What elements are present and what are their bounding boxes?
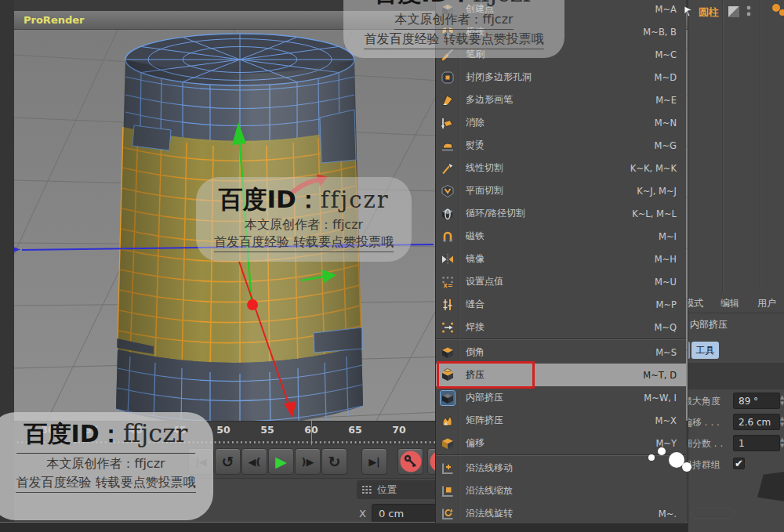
watermark-id-value: ffjczr bbox=[473, 0, 534, 7]
x-position-field[interactable]: 0 cm bbox=[372, 504, 439, 523]
previous-key-button[interactable]: ↺ bbox=[215, 448, 241, 475]
attribute-value-field[interactable]: 1 bbox=[733, 435, 780, 451]
menu-item-polygon-pen[interactable]: 多边形画笔M~E bbox=[436, 89, 686, 111]
set-point-value-icon: x= bbox=[441, 275, 455, 289]
menu-item-dissolve[interactable]: 消除M~N bbox=[436, 111, 686, 134]
current-frame-marker[interactable] bbox=[311, 421, 312, 445]
stitch-icon bbox=[441, 298, 455, 312]
field-spinner[interactable]: ▲▼ bbox=[780, 394, 784, 407]
paw-dot bbox=[682, 462, 691, 472]
context-menu: 创建点M~A桥接M~B, B笔刷M~C封闭多边形孔洞M~D多边形画笔M~E消除M… bbox=[435, 0, 686, 523]
go-to-end-button[interactable]: ▶| bbox=[361, 448, 387, 475]
menu-item-move-normals[interactable]: 沿法线移动 bbox=[436, 457, 686, 480]
loop-path-cut-icon bbox=[441, 207, 455, 221]
panel-separator bbox=[688, 363, 784, 389]
menu-item-shortcut: M~N bbox=[655, 118, 677, 128]
menu-item-shortcut: M~E bbox=[655, 95, 677, 106]
tab-tool[interactable]: 工具 bbox=[691, 342, 719, 359]
watermark-footer: 首发百度经验 转载要点赞投票哦 bbox=[16, 475, 195, 493]
menu-item-label: 消除 bbox=[466, 116, 485, 129]
watermark-author: 本文原创作者：ffjczr bbox=[394, 12, 513, 30]
menu-item-label: 缝合 bbox=[466, 298, 485, 311]
tab-user[interactable]: 用户 bbox=[757, 297, 776, 310]
prorender-label: ProRender bbox=[24, 14, 85, 26]
menu-item-magnet[interactable]: 磁铁M~I bbox=[436, 225, 686, 248]
menu-item-label: 镜像 bbox=[466, 252, 485, 266]
tab-edit[interactable]: 编辑 bbox=[720, 297, 739, 310]
menu-item-label: 矩阵挤压 bbox=[466, 414, 503, 427]
menu-item-rotate-normals[interactable]: 沿法线旋转M~. bbox=[436, 502, 686, 523]
menu-item-set-point-value[interactable]: x=设置点值M~U bbox=[436, 270, 686, 293]
attribute-value-field[interactable]: 2.6 cm bbox=[733, 414, 780, 430]
bevel-icon bbox=[441, 346, 455, 360]
layer-toggle-icon[interactable] bbox=[728, 5, 740, 18]
menu-item-shortcut: M~B, B bbox=[643, 27, 677, 38]
menu-item-matrix-extrude[interactable]: 矩阵挤压M~X bbox=[436, 409, 686, 432]
menu-item-label: 倒角 bbox=[466, 346, 485, 359]
menu-item-extrude-inner[interactable]: 内部挤压M~W, I bbox=[436, 386, 686, 409]
menu-item-shortcut: M~W, I bbox=[644, 393, 677, 404]
previous-frame-icon: ◀( bbox=[249, 456, 261, 468]
play-icon: ▶ bbox=[275, 453, 287, 470]
play-button[interactable]: ▶ bbox=[268, 448, 294, 475]
menu-item-iron[interactable]: 熨烫M~G bbox=[436, 134, 686, 157]
menu-item-plane-cut[interactable]: 平面切割K~J, M~J bbox=[436, 179, 686, 202]
visibility-dots-icon[interactable] bbox=[745, 5, 756, 19]
field-spinner[interactable]: ▲▼ bbox=[780, 415, 784, 428]
menu-item-shortcut: M~G bbox=[655, 140, 677, 151]
menu-item-label: 封闭多边形孔洞 bbox=[466, 71, 532, 84]
menu-item-close-polygon-hole[interactable]: 封闭多边形孔洞M~D bbox=[436, 66, 686, 89]
menu-item-stitch[interactable]: 缝合M~P bbox=[436, 293, 686, 316]
menu-item-shortcut: M~S bbox=[655, 347, 677, 358]
record-keyframe-button[interactable] bbox=[397, 448, 423, 475]
attribute-row: 偏移 . . .2.6 cm▲▼ bbox=[688, 413, 784, 432]
frame-tick-65: 65 bbox=[348, 424, 361, 436]
menu-item-mirror[interactable]: 镜像M~H bbox=[436, 248, 686, 270]
menu-item-shortcut: M~A bbox=[655, 4, 677, 15]
next-key-button[interactable]: ↻ bbox=[321, 448, 347, 475]
weld-icon bbox=[441, 320, 455, 335]
field-spinner[interactable]: ▲▼ bbox=[780, 436, 784, 449]
material-tag-icon[interactable] bbox=[770, 2, 784, 17]
tab-mode[interactable]: 模式 bbox=[688, 297, 703, 310]
object-manager-row[interactable]: 圆柱 bbox=[688, 0, 784, 24]
svg-text:x=: x= bbox=[444, 282, 453, 289]
previous-frame-button[interactable]: ◀( bbox=[241, 448, 267, 475]
watermark-stamp: 百度ID：ffjczr 本文原创作者：ffjczr 首发百度经验 转载要点赞投票… bbox=[0, 412, 213, 520]
menu-item-shortcut: M~D bbox=[655, 72, 677, 83]
scale-normals-icon bbox=[441, 484, 455, 498]
watermark-author: 本文原创作者：ffjczr bbox=[46, 456, 165, 471]
menu-item-loop-path-cut[interactable]: 循环/路径切割K~L, M~L bbox=[436, 202, 686, 225]
active-tool-title: 内部挤压 bbox=[690, 318, 728, 331]
next-frame-icon: )▶ bbox=[302, 456, 314, 468]
menu-item-shortcut: M~T, D bbox=[643, 370, 677, 381]
attribute-value-field[interactable]: 89 ° bbox=[733, 393, 780, 409]
annotation-red-box bbox=[437, 361, 535, 389]
watermark-id-value: ffjczr bbox=[321, 186, 390, 213]
frame-tick-50: 50 bbox=[216, 424, 230, 436]
magnet-icon bbox=[441, 230, 455, 244]
next-frame-button[interactable]: )▶ bbox=[295, 448, 321, 475]
watermark-id-label: 百度ID： bbox=[374, 0, 473, 7]
close-polygon-hole-icon bbox=[441, 71, 455, 85]
position-box[interactable]: 位置 bbox=[357, 480, 443, 499]
menu-item-scale-normals[interactable]: 沿法线缩放 bbox=[436, 480, 686, 502]
menu-item-shortcut: K~L, M~L bbox=[632, 208, 677, 219]
menu-item-bevel[interactable]: 倒角M~S bbox=[436, 341, 686, 364]
axis-origin-handle bbox=[247, 299, 258, 310]
menu-item-shortcut: M~U bbox=[655, 277, 677, 288]
object-name[interactable]: 圆柱 bbox=[699, 5, 719, 20]
menu-item-label: 熨烫 bbox=[466, 139, 485, 152]
preserve-groups-checkbox[interactable]: ✔ bbox=[733, 458, 745, 469]
menu-item-line-cut[interactable]: 线性切割K~K, M~K bbox=[436, 157, 686, 179]
watermark-id-label: 百度ID： bbox=[24, 420, 123, 447]
menu-item-shortcut: M~X bbox=[655, 415, 677, 426]
menu-item-shortcut: K~K, M~K bbox=[630, 163, 677, 174]
menu-item-label: 多边形画笔 bbox=[466, 93, 513, 107]
tab-sliver bbox=[688, 342, 690, 359]
menu-item-smooth-shift[interactable]: 偏移M~Y bbox=[436, 432, 686, 454]
menu-item-label: 沿法线缩放 bbox=[466, 484, 513, 498]
menu-item-weld[interactable]: 焊接M~Q bbox=[436, 316, 686, 338]
smooth-shift-icon bbox=[441, 436, 455, 451]
attribute-row: 细分数 . .1▲▼ bbox=[688, 434, 784, 453]
